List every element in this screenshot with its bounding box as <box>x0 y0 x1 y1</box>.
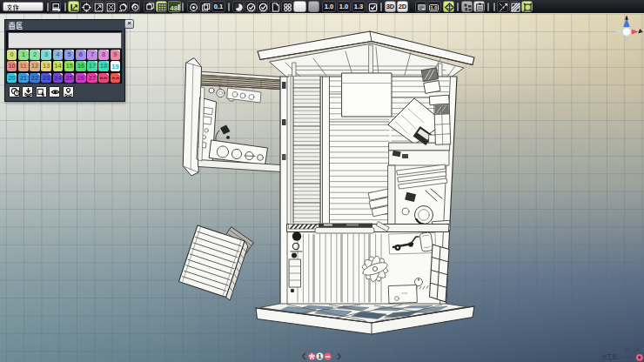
svg-text:1: 1 <box>318 352 321 360</box>
svg-text:48: 48 <box>170 4 178 12</box>
svg-text:1.0: 1.0 <box>431 5 438 10</box>
